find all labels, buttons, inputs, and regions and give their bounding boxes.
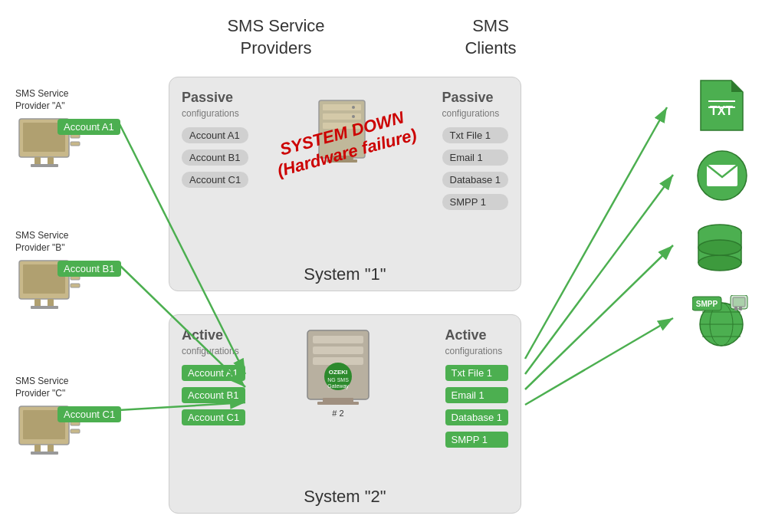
system1-box: Passive configurations Account A1 Accoun…: [169, 77, 521, 291]
svg-rect-65: [734, 307, 737, 310]
svg-point-52: [698, 255, 741, 271]
provider-c-account-badge: Account C1: [57, 405, 121, 424]
system1-passive-right-sub: configurations: [442, 108, 500, 119]
svg-rect-30: [48, 299, 54, 307]
provider-b-label: SMS ServiceProvider "B": [15, 230, 84, 254]
database1-s2: Database 1: [445, 409, 509, 425]
svg-rect-2: [323, 113, 361, 120]
system2-active-right-sub: configurations: [445, 346, 503, 356]
provider-a-label: SMS ServiceProvider "A": [15, 88, 84, 112]
svg-rect-38: [48, 445, 54, 452]
txtfile1-s1: Txt File 1: [442, 127, 509, 143]
svg-point-4: [352, 106, 355, 109]
txt-file-svg: TXT: [697, 77, 747, 134]
provider-c-account: Account C1: [57, 406, 121, 422]
svg-text:OZEKI: OZEKI: [329, 369, 347, 376]
svg-line-71: [525, 107, 667, 359]
smpp-svg: SMPP: [692, 295, 750, 349]
svg-rect-11: [313, 346, 363, 354]
svg-rect-26: [71, 142, 80, 146]
svg-text:NG SMS: NG SMS: [327, 377, 349, 383]
account-c1-s2: Account C1: [182, 409, 245, 425]
provider-b: SMS ServiceProvider "B" Account B1: [15, 230, 84, 314]
svg-rect-42: [71, 429, 80, 433]
svg-rect-22: [48, 157, 54, 165]
provider-a-account: Account A1: [57, 119, 120, 135]
provider-c: SMS ServiceProvider "C" Account C1: [15, 376, 84, 459]
svg-point-5: [352, 115, 355, 118]
email-icon: [696, 149, 748, 205]
smpp1-s2: SMPP 1: [445, 432, 509, 448]
database-icon: [695, 221, 745, 281]
svg-rect-64: [733, 297, 745, 307]
svg-rect-66: [739, 307, 742, 310]
account-a1-s1: Account A1: [182, 127, 248, 143]
system1-passive-sub: configurations: [182, 108, 239, 119]
system2-active-label: Active: [182, 327, 223, 343]
svg-text:Gateway: Gateway: [327, 383, 349, 389]
svg-rect-31: [31, 306, 58, 309]
clients-header: SMSClients: [433, 15, 548, 59]
svg-text:TXT: TXT: [710, 104, 733, 117]
svg-rect-23: [31, 164, 58, 167]
txt-file-icon: TXT: [697, 77, 747, 137]
system2-server: OZEKI NG SMS Gateway # 2: [304, 327, 373, 418]
smpp1-s1: SMPP 1: [442, 194, 509, 210]
system2-active-right: Active configurations Txt File 1 Email 1…: [445, 327, 509, 449]
provider-b-account: Account B1: [57, 261, 121, 277]
email-svg: [696, 149, 748, 202]
svg-line-74: [525, 318, 673, 405]
svg-text:SMPP: SMPP: [696, 300, 718, 308]
svg-rect-1: [323, 104, 361, 110]
provider-a-account-badge: Account A1: [57, 117, 120, 136]
svg-rect-37: [34, 445, 41, 452]
database-svg: [695, 221, 745, 278]
ozeki-server-icon: OZEKI NG SMS Gateway: [304, 327, 373, 407]
svg-rect-29: [34, 299, 41, 307]
email1-s1: Email 1: [442, 149, 509, 166]
account-a1-s2: Account A1: [182, 365, 245, 381]
system2-accounts: Account A1 Account B1 Account C1: [182, 363, 245, 427]
account-b1-s1: Account B1: [182, 149, 248, 166]
system1-title: System "1": [169, 264, 521, 284]
system2-title: System "2": [169, 487, 521, 507]
system2-active-left: Active configurations Account A1 Account…: [182, 327, 245, 427]
ozeki-label: # 2: [304, 409, 373, 418]
system2-box: Active configurations Account A1 Account…: [169, 314, 521, 514]
system1-passive-right-label: Passive: [442, 90, 494, 105]
svg-rect-10: [313, 336, 363, 343]
svg-line-72: [525, 175, 673, 374]
svg-line-73: [525, 245, 673, 389]
system1-accounts: Account A1 Account B1 Account C1: [182, 126, 248, 189]
system1-clients: Txt File 1 Email 1 Database 1 SMPP 1: [442, 126, 509, 212]
txtfile1-s2: Txt File 1: [445, 365, 509, 381]
account-b1-s2: Account B1: [182, 387, 245, 403]
svg-rect-34: [71, 284, 80, 287]
svg-marker-44: [731, 80, 743, 92]
provider-b-account-badge: Account B1: [57, 259, 121, 278]
account-c1-s1: Account C1: [182, 172, 248, 188]
system1-passive-left: Passive configurations Account A1 Accoun…: [182, 90, 248, 189]
database1-s1: Database 1: [442, 172, 509, 188]
svg-rect-21: [34, 157, 41, 165]
svg-point-53: [698, 240, 741, 255]
providers-header: SMS ServiceProviders: [199, 15, 353, 59]
smpp-icon: SMPP: [692, 295, 750, 352]
system1-passive-right: Passive configurations Txt File 1 Email …: [442, 90, 509, 212]
provider-c-label: SMS ServiceProvider "C": [15, 376, 84, 399]
system2-clients: Txt File 1 Email 1 Database 1 SMPP 1: [445, 363, 509, 449]
system2-active-sub: configurations: [182, 346, 239, 356]
provider-a: SMS ServiceProvider "A" Account A1: [15, 88, 84, 172]
system1-passive-label: Passive: [182, 90, 233, 105]
email1-s2: Email 1: [445, 387, 509, 403]
system2-active-right-label: Active: [445, 327, 487, 343]
svg-rect-18: [317, 402, 359, 405]
svg-rect-39: [31, 452, 58, 455]
